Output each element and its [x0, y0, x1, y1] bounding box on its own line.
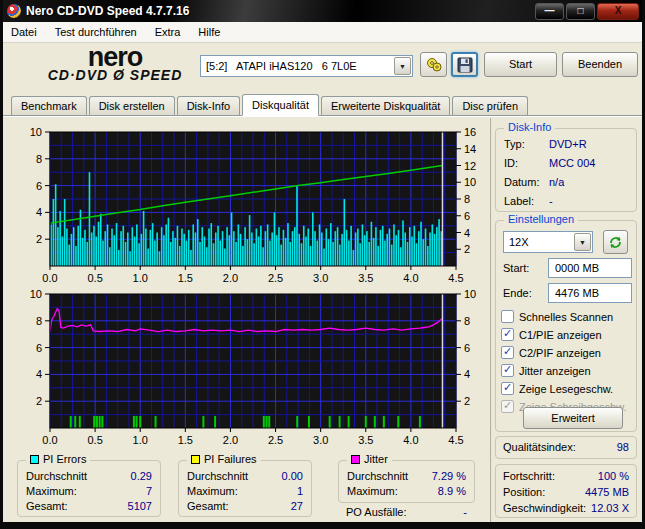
chevron-down-icon[interactable]: ▼: [394, 57, 411, 75]
svg-text:0.0: 0.0: [42, 434, 57, 446]
checkbox-icon[interactable]: [501, 364, 514, 377]
sidebar-divider: [490, 118, 492, 522]
pi-errors-box: PI Errors Durchschnitt0.29 Maximum:7 Ges…: [17, 460, 161, 517]
end-field[interactable]: 4476 MB: [548, 283, 632, 303]
stat-row: Maximum:1: [179, 484, 311, 499]
checkbox-icon[interactable]: [501, 346, 514, 359]
po-failures-row: PO Ausfälle:-: [338, 505, 475, 520]
progress-row: Fortschritt:100 %: [496, 468, 636, 484]
tab-disc-pruefen[interactable]: Disc prüfen: [452, 96, 528, 115]
svg-text:1.5: 1.5: [178, 272, 193, 284]
stat-row: Maximum:8.9 %: [339, 484, 474, 499]
advanced-button[interactable]: Erweitert: [523, 407, 623, 429]
start-label: Start:: [503, 262, 529, 274]
svg-text:8: 8: [36, 315, 42, 327]
start-field[interactable]: 0000 MB: [548, 258, 632, 278]
checkbox-jitter[interactable]: Jitter anzeigen: [501, 363, 591, 378]
refresh-icon: [608, 235, 623, 250]
menu-hilfe[interactable]: Hilfe: [198, 26, 220, 38]
checkbox-c2-pif[interactable]: C2/PIF anzeigen: [501, 345, 601, 360]
svg-text:2: 2: [36, 233, 42, 245]
chevron-down-icon[interactable]: ▼: [574, 233, 591, 251]
progress-row: Geschwindigkeit:12.03 X: [496, 500, 636, 516]
svg-text:6: 6: [464, 342, 470, 354]
toolbar: nero CD·DVD Ø SPEED [5:2] ATAPI iHAS120 …: [3, 43, 642, 92]
pi-errors-legend-swatch: [30, 455, 39, 464]
maximize-button[interactable]: □: [566, 3, 595, 20]
checkbox-c1-pie[interactable]: C1/PIE anzeigen: [501, 327, 602, 342]
quality-index-label: Qualitätsindex:: [503, 437, 576, 458]
svg-text:16: 16: [464, 126, 476, 138]
end-label: Ende:: [503, 287, 532, 299]
speed-select[interactable]: 12X ▼: [503, 231, 593, 253]
menu-bar: Datei Test durchführen Extra Hilfe: [3, 22, 642, 43]
jitter-chart: 1086421086420.00.51.01.52.02.53.03.54.04…: [15, 288, 489, 448]
svg-text:1.0: 1.0: [133, 434, 148, 446]
pi-errors-chart: 1086421614121086420.00.51.01.52.02.53.03…: [15, 126, 489, 286]
pi-failures-box-title: PI Failures: [204, 453, 257, 465]
drive-settings-button[interactable]: [420, 52, 447, 77]
tab-diskqualitaet[interactable]: Diskqualität: [242, 94, 319, 116]
svg-text:2.5: 2.5: [268, 434, 283, 446]
minimize-button[interactable]: —: [535, 3, 564, 20]
svg-text:12: 12: [464, 160, 476, 172]
quit-button[interactable]: Beenden: [562, 52, 638, 77]
disk-info-row: Typ:DVD+R: [496, 135, 636, 154]
svg-text:4.5: 4.5: [448, 272, 463, 284]
tab-disk-info[interactable]: Disk-Info: [177, 96, 240, 115]
checkbox-zeige-lesegeschw[interactable]: Zeige Lesegeschw.: [501, 381, 613, 396]
menu-test-durchfuehren[interactable]: Test durchführen: [55, 26, 137, 38]
quality-index-box: Qualitätsindex:98: [495, 436, 637, 459]
svg-text:4: 4: [464, 368, 470, 380]
svg-text:4.0: 4.0: [403, 272, 418, 284]
menu-extra[interactable]: Extra: [155, 26, 181, 38]
svg-text:3.0: 3.0: [313, 272, 328, 284]
tab-erweiterte-diskqualitaet[interactable]: Erweiterte Diskqualität: [321, 96, 450, 115]
save-icon: [457, 57, 473, 73]
tab-benchmark[interactable]: Benchmark: [11, 96, 87, 115]
nero-logo: nero CD·DVD Ø SPEED: [35, 45, 195, 82]
svg-text:14: 14: [464, 143, 476, 155]
svg-text:4.0: 4.0: [403, 434, 418, 446]
menu-datei[interactable]: Datei: [11, 26, 37, 38]
refresh-button[interactable]: [603, 230, 628, 254]
pi-errors-box-title: PI Errors: [43, 453, 86, 465]
svg-text:4: 4: [36, 368, 42, 380]
pi-failures-box: PI Failures Durchschnitt0.00 Maximum:1 G…: [178, 460, 312, 517]
start-button[interactable]: Start: [484, 52, 557, 77]
tab-disk-erstellen[interactable]: Disk erstellen: [89, 96, 175, 115]
svg-text:10: 10: [464, 176, 476, 188]
jitter-box: Jitter Durchschnitt7.29 % Maximum:8.9 %: [338, 460, 475, 503]
disk-info-row: ID:MCC 004: [496, 154, 636, 173]
svg-text:2.0: 2.0: [223, 434, 238, 446]
quality-index-value: 98: [617, 437, 629, 458]
app-window: Nero CD-DVD Speed 4.7.7.16 — □ X Datei T…: [0, 0, 645, 529]
jitter-legend-swatch: [351, 455, 360, 464]
pi-failures-legend-swatch: [191, 455, 200, 464]
drive-settings-icon: [425, 57, 443, 73]
svg-text:0.5: 0.5: [87, 272, 102, 284]
svg-text:10: 10: [30, 126, 42, 138]
svg-text:3.5: 3.5: [358, 434, 373, 446]
drive-select[interactable]: [5:2] ATAPI iHAS120 6 7L0E ▼: [200, 55, 413, 77]
svg-text:1.0: 1.0: [133, 272, 148, 284]
checkbox-icon[interactable]: [501, 382, 514, 395]
checkbox-schnelles-scannen[interactable]: Schnelles Scannen: [501, 309, 613, 324]
speed-select-value: 12X: [504, 236, 574, 248]
disk-info-row: Label:-: [496, 192, 636, 211]
svg-text:10: 10: [464, 288, 476, 300]
close-button[interactable]: X: [597, 3, 639, 20]
checkbox-icon[interactable]: [501, 310, 514, 323]
checkbox-icon[interactable]: [501, 328, 514, 341]
progress-box: Fortschritt:100 % Position:4475 MB Gesch…: [495, 464, 637, 518]
stat-row: Gesamt:27: [179, 499, 311, 514]
disk-info-box: Disk-Info Typ:DVD+R ID:MCC 004 Datum:n/a…: [495, 128, 637, 212]
save-button[interactable]: [451, 52, 478, 77]
progress-row: Position:4475 MB: [496, 484, 636, 500]
stat-row: Durchschnitt0.29: [18, 469, 160, 484]
svg-text:10: 10: [30, 288, 42, 300]
disk-info-title: Disk-Info: [504, 121, 555, 133]
svg-text:3.0: 3.0: [313, 434, 328, 446]
stat-row: Gesamt:5107: [18, 499, 160, 514]
svg-text:2: 2: [36, 395, 42, 407]
